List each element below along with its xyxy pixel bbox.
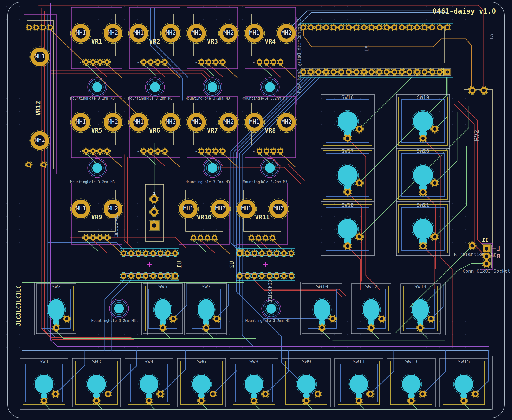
cap[interactable] <box>35 375 53 394</box>
pad[interactable] <box>256 59 263 66</box>
pad[interactable] <box>202 324 210 332</box>
cap[interactable] <box>363 299 380 320</box>
hole-fill[interactable] <box>208 163 217 173</box>
pcb-layout-svg[interactable]: MH1MH2VR1-MH1MH2VR2-MH1MH2VR3-MH1MH2VR4-… <box>0 0 512 420</box>
pad[interactable] <box>263 148 270 155</box>
pad[interactable] <box>248 234 255 241</box>
pad[interactable] <box>262 234 269 241</box>
pcb-editor-canvas[interactable]: MH1MH2VR1-MH1MH2VR2-MH1MH2VR3-MH1MH2VR4-… <box>0 0 512 420</box>
pad[interactable] <box>104 390 112 398</box>
hole-fill[interactable] <box>266 304 276 314</box>
hole-fill[interactable] <box>114 304 124 313</box>
cap[interactable] <box>314 299 330 320</box>
cap[interactable] <box>245 375 263 394</box>
pad[interactable] <box>211 234 218 241</box>
pad[interactable] <box>219 59 226 66</box>
pad[interactable] <box>482 245 491 253</box>
pad[interactable] <box>161 59 168 66</box>
pad[interactable] <box>154 148 161 155</box>
pad[interactable] <box>104 234 111 241</box>
pad[interactable] <box>343 134 352 142</box>
cap[interactable] <box>87 375 106 394</box>
pad[interactable] <box>430 232 439 241</box>
pad[interactable] <box>270 148 277 155</box>
pad[interactable] <box>82 59 89 66</box>
pad[interactable] <box>236 249 244 257</box>
pad[interactable] <box>161 148 168 155</box>
pad[interactable] <box>147 148 154 155</box>
pad[interactable] <box>430 179 439 187</box>
pad[interactable] <box>318 324 326 332</box>
cap[interactable] <box>338 165 358 185</box>
pad[interactable] <box>26 24 33 31</box>
hole-fill[interactable] <box>150 82 160 92</box>
pad[interactable] <box>213 315 221 323</box>
cap[interactable] <box>192 375 211 394</box>
pad[interactable] <box>419 390 427 398</box>
pad[interactable] <box>205 148 212 155</box>
pad[interactable] <box>256 148 263 155</box>
pad[interactable] <box>89 234 96 241</box>
pad[interactable] <box>416 324 424 332</box>
cap[interactable] <box>412 299 429 320</box>
pad[interactable] <box>407 397 415 405</box>
pad[interactable] <box>47 24 54 31</box>
pad[interactable] <box>154 59 161 66</box>
pad[interactable] <box>430 125 439 133</box>
pad[interactable] <box>261 390 269 398</box>
pad[interactable] <box>159 324 167 332</box>
pad[interactable] <box>468 241 476 250</box>
pad[interactable] <box>212 59 219 66</box>
pad[interactable] <box>198 59 205 66</box>
pad[interactable] <box>82 148 89 155</box>
pad[interactable] <box>40 397 48 405</box>
pad[interactable] <box>270 59 277 66</box>
pad[interactable] <box>63 315 71 323</box>
pad[interactable] <box>355 397 363 405</box>
pad[interactable] <box>367 324 375 332</box>
pad[interactable] <box>343 242 352 250</box>
pad[interactable] <box>147 59 154 66</box>
cap[interactable] <box>454 375 473 394</box>
pad[interactable] <box>96 234 104 241</box>
pad[interactable] <box>171 272 179 280</box>
pad[interactable] <box>329 315 337 323</box>
hole-fill[interactable] <box>92 82 102 92</box>
pad[interactable] <box>482 252 491 261</box>
pad[interactable] <box>343 188 352 196</box>
pad[interactable] <box>93 397 100 405</box>
pad[interactable] <box>198 148 205 155</box>
pad[interactable] <box>378 315 386 323</box>
cap[interactable] <box>413 219 433 239</box>
pad[interactable] <box>82 234 89 241</box>
pad[interactable] <box>140 148 147 155</box>
pad[interactable] <box>89 148 96 155</box>
pad[interactable] <box>40 161 47 168</box>
pad[interactable] <box>104 148 111 155</box>
pad[interactable] <box>419 188 427 196</box>
pad[interactable] <box>427 315 435 323</box>
cap[interactable] <box>140 375 158 394</box>
pad[interactable] <box>205 59 212 66</box>
hole-fill[interactable] <box>265 163 275 173</box>
pad[interactable] <box>145 397 153 405</box>
pad[interactable] <box>52 390 59 398</box>
pad[interactable] <box>250 397 258 405</box>
pad[interactable] <box>355 125 364 133</box>
hole-fill[interactable] <box>265 82 275 92</box>
pad[interactable] <box>156 390 164 398</box>
pad[interactable] <box>419 134 427 142</box>
pad[interactable] <box>277 148 284 155</box>
pad[interactable] <box>204 234 211 241</box>
pad[interactable] <box>104 59 111 66</box>
cap[interactable] <box>198 299 215 320</box>
cap[interactable] <box>413 111 433 131</box>
pad[interactable] <box>52 324 60 332</box>
cap[interactable] <box>402 375 421 394</box>
cap[interactable] <box>349 375 368 394</box>
pad[interactable] <box>482 260 491 268</box>
cap[interactable] <box>338 219 358 239</box>
pad[interactable] <box>277 59 284 66</box>
pad[interactable] <box>219 148 226 155</box>
pad[interactable] <box>149 207 159 217</box>
